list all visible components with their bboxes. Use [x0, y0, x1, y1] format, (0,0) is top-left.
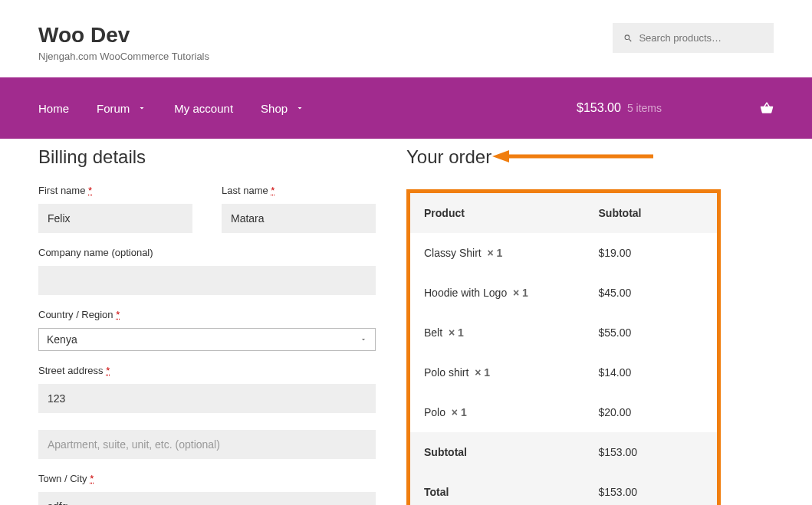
- chevron-down-icon: [295, 103, 304, 113]
- nav-menu: Home Forum My account Shop: [38, 102, 304, 115]
- country-value: Kenya: [47, 333, 77, 346]
- nav-label: My account: [174, 102, 233, 115]
- nav-item-home[interactable]: Home: [38, 102, 69, 115]
- svg-marker-1: [492, 150, 509, 162]
- search-input[interactable]: [639, 32, 763, 44]
- chevron-down-icon: [137, 103, 146, 113]
- nav-label: Shop: [261, 102, 288, 115]
- site-tagline: Njengah.com WooCommerce Tutorials: [38, 51, 209, 62]
- basket-icon: [760, 101, 774, 115]
- last-name-label: Last name *: [222, 185, 376, 196]
- total-value: $153.00: [599, 486, 704, 498]
- first-name-field-group: First name *: [38, 185, 192, 233]
- country-field-group: Country / Region * Kenya: [38, 309, 376, 351]
- country-label: Country / Region *: [38, 309, 376, 320]
- town-field-group: Town / City *: [38, 473, 376, 505]
- site-branding: Woo Dev Njengah.com WooCommerce Tutorial…: [38, 23, 209, 62]
- order-item-row: Classy Shirt × 1 $19.00: [410, 233, 717, 273]
- town-label: Town / City *: [38, 473, 376, 484]
- order-section: Your order Product Subtotal Classy Shirt…: [406, 146, 774, 505]
- order-table: Product Subtotal Classy Shirt × 1 $19.00…: [410, 193, 717, 505]
- product-name: Polo shirt × 1: [424, 366, 599, 379]
- order-item-row: Belt × 1 $55.00: [410, 313, 717, 353]
- chevron-down-icon: [360, 336, 367, 343]
- order-item-row: Polo × 1 $20.00: [410, 392, 717, 432]
- company-label: Company name (optional): [38, 247, 376, 258]
- country-select[interactable]: Kenya: [38, 328, 376, 351]
- cart-items-count: 5 items: [627, 102, 662, 114]
- product-name: Belt × 1: [424, 326, 599, 339]
- main-nav: Home Forum My account Shop $153.00 5 ite…: [0, 77, 812, 139]
- apartment-input[interactable]: [38, 430, 376, 459]
- cart-total: $153.00: [577, 101, 621, 115]
- order-total-row: Total $153.00: [410, 472, 717, 505]
- street-input[interactable]: [38, 384, 376, 413]
- last-name-field-group: Last name *: [222, 185, 376, 233]
- product-subtotal: $19.00: [599, 247, 704, 259]
- search-box[interactable]: [613, 23, 774, 53]
- cart-summary[interactable]: $153.00 5 items: [577, 101, 774, 115]
- product-subtotal: $14.00: [599, 366, 704, 379]
- product-subtotal: $20.00: [599, 406, 704, 418]
- order-review-box: Product Subtotal Classy Shirt × 1 $19.00…: [406, 189, 721, 505]
- street-label: Street address *: [38, 365, 376, 376]
- order-subtotal-row: Subtotal $153.00: [410, 432, 717, 472]
- nav-item-shop[interactable]: Shop: [261, 102, 304, 115]
- nav-label: Home: [38, 102, 69, 115]
- first-name-input[interactable]: [38, 204, 192, 233]
- product-name: Hoodie with Logo × 1: [424, 287, 599, 299]
- first-name-label: First name *: [38, 185, 192, 196]
- order-item-row: Hoodie with Logo × 1 $45.00: [410, 273, 717, 313]
- town-input[interactable]: [38, 492, 376, 505]
- search-icon: [623, 33, 633, 44]
- order-item-row: Polo shirt × 1 $14.00: [410, 353, 717, 392]
- last-name-input[interactable]: [222, 204, 376, 233]
- product-name: Polo × 1: [424, 406, 599, 418]
- billing-title: Billing details: [38, 146, 376, 168]
- nav-item-forum[interactable]: Forum: [97, 102, 146, 115]
- order-table-header: Product Subtotal: [410, 193, 717, 233]
- checkout-content: Billing details First name * Last name *…: [0, 139, 812, 505]
- nav-label: Forum: [97, 102, 130, 115]
- subtotal-col-header: Subtotal: [599, 207, 704, 219]
- subtotal-value: $153.00: [599, 446, 704, 458]
- annotation-arrow-icon: [492, 149, 653, 163]
- site-title[interactable]: Woo Dev: [38, 23, 209, 48]
- subtotal-label: Subtotal: [424, 446, 599, 458]
- nav-item-account[interactable]: My account: [174, 102, 233, 115]
- total-label: Total: [424, 486, 599, 498]
- company-field-group: Company name (optional): [38, 247, 376, 295]
- company-input[interactable]: [38, 266, 376, 295]
- billing-section: Billing details First name * Last name *…: [38, 146, 376, 505]
- product-subtotal: $45.00: [599, 287, 704, 299]
- product-subtotal: $55.00: [599, 326, 704, 339]
- street-field-group: Street address *: [38, 365, 376, 459]
- product-name: Classy Shirt × 1: [424, 247, 599, 259]
- page-header: Woo Dev Njengah.com WooCommerce Tutorial…: [0, 0, 812, 77]
- product-col-header: Product: [424, 207, 599, 219]
